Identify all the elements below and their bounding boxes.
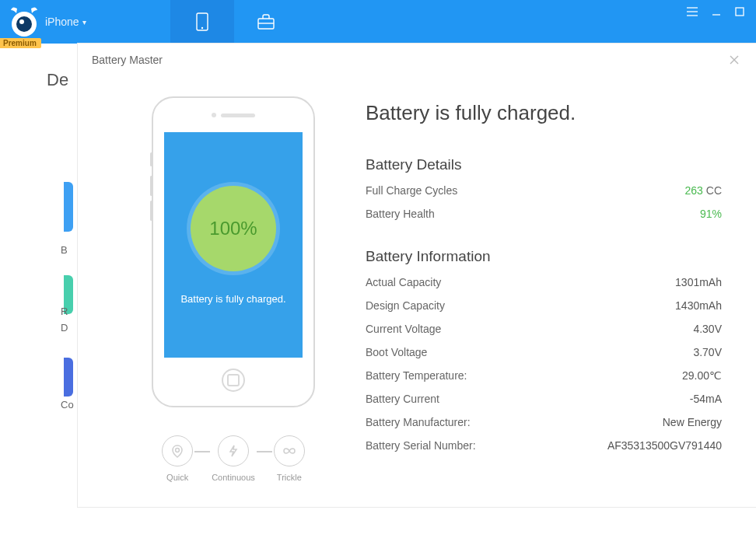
svg-point-14 (176, 449, 180, 452)
svg-rect-11 (736, 8, 744, 16)
bg-label: B (61, 244, 74, 256)
status-headline: Battery is fully charged. (366, 101, 722, 125)
chevron-down-icon: ▾ (82, 18, 86, 26)
svg-point-4 (201, 27, 202, 29)
menu-button[interactable] (686, 6, 698, 20)
info-value: AF35313500GV791440 (607, 439, 722, 452)
info-label: Battery Current (366, 393, 690, 405)
charge-caption: Battery is fully charged. (180, 293, 285, 305)
info-label: Battery Manufacturer: (366, 416, 663, 428)
mode-trickle-label: Trickle (277, 473, 302, 482)
info-value: 1301mAh (675, 276, 722, 288)
info-value: 1430mAh (675, 299, 722, 312)
detail-value: 91% (700, 208, 722, 220)
battery-master-modal: Battery Master 100% Battery is ful (78, 44, 756, 507)
mode-quick[interactable] (162, 435, 193, 466)
bg-label: R (61, 306, 74, 317)
device-dropdown-label: iPhone (45, 16, 79, 28)
info-row: Battery Current-54mA (366, 393, 722, 405)
detail-suffix: CC (706, 184, 722, 197)
mode-trickle[interactable] (274, 435, 305, 466)
info-row: Battery Temperature:29.00℃ (366, 369, 722, 382)
detail-value: 263 (684, 184, 702, 197)
app-logo (6, 4, 42, 40)
phone-illustration: 100% Battery is fully charged. (152, 96, 315, 407)
detail-row: Full Charge Cycles 263 CC (366, 184, 722, 197)
battery-details-heading: Battery Details (366, 156, 722, 173)
bolt-icon (226, 443, 241, 459)
svg-point-2 (19, 19, 24, 24)
maximize-button[interactable] (734, 6, 745, 20)
info-row: Battery Serial Number:AF35313500GV791440 (366, 439, 722, 452)
close-button[interactable] (726, 52, 742, 68)
window-controls (686, 0, 756, 44)
info-label: Boot Voltage (366, 346, 693, 358)
info-row: Design Capacity1430mAh (366, 299, 722, 312)
infinity-icon (281, 443, 298, 459)
device-dropdown[interactable]: iPhone ▾ (45, 16, 86, 28)
bg-label: D (61, 322, 74, 334)
home-button-icon (222, 369, 245, 392)
info-value: 3.70V (693, 346, 722, 358)
detail-row: Battery Health 91% (366, 208, 722, 220)
info-row: Actual Capacity1301mAh (366, 276, 722, 288)
charge-percent: 100% (209, 218, 257, 239)
phone-screen: 100% Battery is fully charged. (164, 132, 303, 358)
modal-header: Battery Master (78, 44, 756, 76)
tab-device[interactable] (170, 0, 234, 44)
charge-percent-circle: 100% (191, 186, 276, 271)
info-value: 29.00℃ (682, 369, 722, 382)
mode-continuous[interactable] (218, 435, 249, 466)
detail-label: Battery Health (366, 208, 700, 220)
top-bar: Premium iPhone ▾ (0, 0, 756, 44)
mode-continuous-label: Continuous (212, 473, 255, 482)
close-icon (729, 54, 740, 65)
info-label: Battery Temperature: (366, 369, 682, 382)
top-tabs (170, 0, 298, 44)
pin-icon (170, 443, 185, 459)
logo-area: Premium iPhone ▾ (0, 0, 100, 44)
tab-toolbox[interactable] (234, 0, 298, 44)
info-value: -54mA (690, 393, 722, 405)
info-row: Boot Voltage3.70V (366, 346, 722, 358)
battery-info-heading: Battery Information (366, 248, 722, 265)
svg-point-1 (16, 16, 32, 32)
detail-label: Full Charge Cycles (366, 184, 684, 197)
briefcase-icon (254, 10, 278, 33)
info-value: New Energy (663, 416, 722, 428)
minimize-icon (711, 6, 722, 17)
info-label: Design Capacity (366, 299, 675, 312)
modal-title: Battery Master (92, 54, 163, 66)
minimize-button[interactable] (711, 6, 722, 20)
info-label: Actual Capacity (366, 276, 675, 288)
info-value: 4.30V (693, 323, 722, 335)
info-row: Battery Manufacturer:New Energy (366, 416, 722, 428)
phone-illustration-column: 100% Battery is fully charged. Quick (132, 96, 334, 484)
battery-info-column: Battery is fully charged. Battery Detail… (366, 96, 722, 484)
hamburger-icon (686, 6, 698, 17)
info-label: Current Voltage (366, 323, 693, 335)
info-row: Current Voltage4.30V (366, 323, 722, 335)
tablet-icon (191, 10, 214, 33)
maximize-icon (734, 6, 745, 17)
info-label: Battery Serial Number: (366, 439, 607, 452)
bg-label: Co (61, 399, 74, 410)
mode-quick-label: Quick (166, 473, 188, 482)
charge-modes: Quick Continuous (162, 435, 305, 482)
